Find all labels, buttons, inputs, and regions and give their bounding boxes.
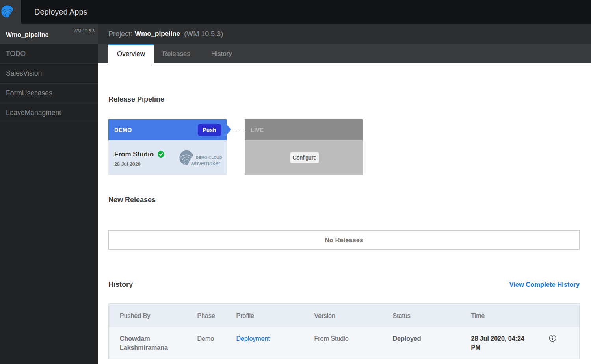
history-table-header-row: Pushed By Phase Profile Version Status T… [109, 304, 580, 327]
col-status: Status [382, 304, 460, 327]
demo-version-label: From Studio [114, 150, 154, 158]
sidebar-item-label: TODO [6, 50, 26, 58]
tab-overview[interactable]: Overview [108, 44, 154, 63]
tab-releases[interactable]: Releases [154, 44, 199, 63]
history-heading: History [108, 280, 133, 289]
col-actions [525, 304, 580, 327]
push-button[interactable]: Push [198, 124, 221, 136]
app-logo[interactable] [0, 0, 21, 24]
live-phase-card: LIVE Configure [245, 119, 363, 175]
success-check-icon [158, 151, 164, 158]
sidebar-item-wmo-pipeline[interactable]: WM 10.5.3 Wmo_pipeline [0, 24, 98, 44]
page-title: Deployed Apps [34, 0, 87, 24]
sidebar-item-formusecases[interactable]: FormUsecases [0, 84, 98, 103]
wavemaker-logo-icon [1, 5, 14, 18]
history-table-row: Chowdam Lakshmiramana Demo Deployment Fr… [109, 327, 580, 359]
release-pipeline: DEMO Push From Studio [108, 119, 580, 175]
pipeline-connector [227, 119, 245, 175]
cell-profile-link[interactable]: Deployment [225, 327, 303, 359]
sidebar-item-todo[interactable]: TODO [0, 44, 98, 64]
release-pipeline-heading: Release Pipeline [108, 95, 580, 104]
cell-version: From Studio [303, 327, 382, 359]
configure-button[interactable]: Configure [290, 152, 319, 163]
sidebar-item-leavemanagment[interactable]: LeaveManagment [0, 103, 98, 123]
top-bar: Deployed Apps [0, 0, 591, 24]
cell-status: Deployed [382, 327, 460, 359]
cell-phase: Demo [186, 327, 225, 359]
info-icon[interactable] [549, 334, 556, 342]
demo-card-header: DEMO Push [108, 119, 227, 140]
demo-deploy-date: 28 Jul 2020 [114, 162, 164, 167]
wavemaker-brand: DEMO CLOUD wavemaker [179, 149, 222, 167]
cell-info [525, 327, 580, 359]
sidebar-item-salesvision[interactable]: SalesVision [0, 64, 98, 84]
no-releases-text: No Releases [325, 236, 363, 244]
sidebar-item-label: SalesVision [6, 69, 42, 78]
project-name: Wmo_pipeline [135, 30, 180, 38]
projects-sidebar: WM 10.5.3 Wmo_pipeline TODO SalesVision … [0, 24, 98, 364]
demo-phase-title: DEMO [114, 127, 132, 133]
cell-pushed-by: Chowdam Lakshmiramana [109, 327, 186, 359]
project-header: Project: Wmo_pipeline (WM 10.5.3) [98, 24, 591, 44]
col-pushed-by: Pushed By [109, 304, 186, 327]
col-time: Time [460, 304, 525, 327]
new-releases-heading: New Releases [108, 196, 580, 204]
demo-card-body: From Studio 28 Jul 2020 [108, 140, 227, 175]
live-card-header: LIVE [245, 119, 363, 140]
project-version-badge: WM 10.5.3 [74, 28, 95, 33]
project-version: (WM 10.5.3) [184, 30, 223, 38]
view-complete-history-link[interactable]: View Complete History [509, 281, 580, 288]
cell-time: 28 Jul 2020, 04:24 PM [460, 327, 525, 359]
project-label: Project: [108, 30, 132, 38]
demo-phase-card: DEMO Push From Studio [108, 119, 227, 175]
sidebar-item-label: LeaveManagment [6, 109, 61, 117]
no-releases-box: No Releases [108, 230, 580, 250]
live-phase-title: LIVE [251, 127, 264, 133]
live-card-body: Configure [245, 140, 363, 175]
tab-bar: Overview Releases History [98, 44, 591, 63]
sidebar-item-label: Wmo_pipeline [6, 32, 48, 39]
brand-line-wavemaker: wavemaker [190, 160, 220, 167]
history-table: Pushed By Phase Profile Version Status T… [108, 303, 580, 359]
col-profile: Profile [225, 304, 303, 327]
sidebar-item-label: FormUsecases [6, 89, 52, 97]
dashed-connector [231, 130, 245, 130]
col-version: Version [303, 304, 382, 327]
tab-history[interactable]: History [199, 44, 244, 63]
col-phase: Phase [186, 304, 225, 327]
brand-line-demo-cloud: DEMO CLOUD [196, 155, 222, 160]
